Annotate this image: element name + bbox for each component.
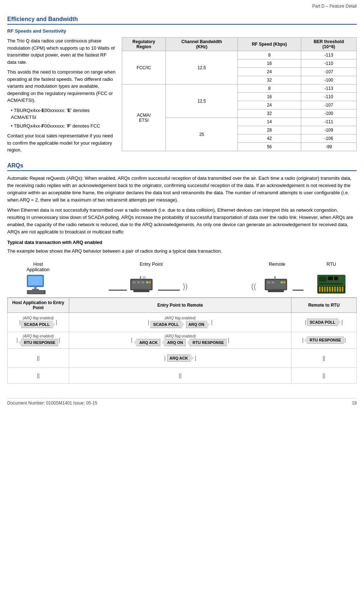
transaction-row-2: | (ARQ flag enabled) RTU RESPONSE | | (A… — [8, 332, 357, 348]
rtu-response-remote-arrow: RTU RESPONSE — [304, 336, 344, 344]
rf-para1: The Trio Q data radios use continuous ph… — [7, 37, 116, 66]
remote-device-col: (( — [241, 276, 313, 294]
row1-remote-vline-left: | — [305, 319, 306, 325]
row3-entry-content: | ARQ ACK | — [71, 351, 290, 365]
row1-entry-vline-right: | — [211, 319, 213, 325]
page-header-text: Part D – Feature Detail — [312, 4, 357, 9]
svg-rect-25 — [268, 290, 284, 292]
device-labels-row: HostApplication Entry Point Remote RTU — [7, 258, 357, 272]
ber-acma-42: -106 — [301, 134, 356, 143]
speed-acma-14: 14 — [238, 118, 301, 126]
svg-rect-40 — [339, 287, 341, 292]
rtu-label: RTU — [327, 261, 336, 267]
speed-acma-42: 42 — [238, 134, 301, 143]
cable-remote-rtu — [293, 290, 303, 291]
row2-entry-vline-left: | — [131, 337, 132, 343]
ber-acma-14: -111 — [301, 118, 356, 126]
svg-rect-27 — [319, 277, 326, 282]
col-header-bandwidth: Channel Bandwidth(KHz) — [166, 38, 238, 51]
arq-ack-row3-arrow: ARQ ACK — [167, 354, 194, 362]
arq-para2: When Ethernet data is not successfully t… — [7, 207, 357, 236]
rf-bullet2: • TBURQx4xx-F00xxxxxx: 'F' denotes FCC — [11, 123, 116, 130]
row4-host-content: | | — [9, 370, 67, 381]
speed-fcc-32: 32 — [238, 76, 301, 84]
arq-diagram: HostApplication Entry Point Remote RTU — [7, 258, 357, 383]
svg-rect-8 — [133, 281, 136, 283]
rtu-response-entry-arrow: RTU RESPONSE — [187, 339, 227, 346]
ber-acma-32: -100 — [301, 109, 356, 118]
th-entry-remote: Entry Point to Remote — [69, 298, 291, 312]
region-fcc: FCC/IC — [122, 51, 166, 84]
row1-entry-content: | (ARQ flag enabled) SCADA POLL ARQ ON | — [71, 316, 290, 328]
row4-entry-cell: | | — [69, 368, 291, 383]
rf-bullet1: • TBURQx4xx-E00xxxxxx: 'E' denotes ACMA/… — [11, 107, 116, 121]
row1-remote-vline-right: | — [342, 319, 343, 325]
rtu-device-col — [313, 274, 349, 294]
ber-fcc-24: -107 — [301, 68, 356, 76]
svg-rect-28 — [328, 277, 333, 280]
scada-poll-entry-arrow: SCADA POLL — [150, 321, 184, 328]
row1-arq-flag1: (ARQ flag enabled) — [23, 316, 54, 320]
speed-acma-28: 28 — [238, 126, 301, 134]
arq-para1: Automatic Repeat reQuests (ARQs): When e… — [7, 175, 357, 204]
row1-remote-content: | SCADA POLL | — [293, 319, 355, 326]
page-footer: Document Number: 0100SM1401 Issue: 05-15… — [7, 398, 357, 406]
ber-fcc-8: -113 — [301, 51, 356, 59]
svg-point-22 — [281, 281, 283, 283]
svg-rect-29 — [334, 277, 338, 280]
row4-remote-vline-right: | — [324, 373, 326, 378]
rf-text-col: The Trio Q data radios use continuous ph… — [7, 37, 116, 157]
section-title-arqs: ARQs — [7, 162, 357, 171]
col-header-speed: RF Speed (Kbps) — [238, 38, 301, 51]
section-title-efficiency: Efficiency and Bandwidth — [7, 16, 357, 25]
remote-label-col: Remote — [241, 261, 313, 272]
svg-rect-32 — [319, 287, 320, 292]
row3-host-cell: | | — [8, 348, 69, 368]
footer-doc-number: Document Number: 0100SM1401 Issue: 05-15 — [7, 401, 97, 406]
row1-entry-vline-left: | — [148, 319, 149, 325]
row2-remote-vline-right: | — [344, 337, 346, 343]
row1-remote-cell: | SCADA POLL | — [291, 312, 357, 332]
rf-table-row-acma-125-8: ACMA/ETSI 12.5 8 -113 — [122, 84, 357, 93]
svg-rect-15 — [133, 290, 149, 292]
speed-fcc-8: 8 — [238, 51, 301, 59]
row3-remote-vline-right: | — [324, 355, 326, 361]
host-label: HostApplication — [26, 261, 50, 272]
svg-rect-35 — [327, 287, 328, 292]
ber-acma-8: -113 — [301, 84, 356, 93]
svg-rect-30 — [319, 283, 343, 285]
svg-rect-5 — [28, 291, 44, 293]
remote-radio-icon — [264, 276, 290, 294]
wireless-waves-remote-icon: (( — [251, 280, 261, 294]
svg-rect-9 — [137, 281, 140, 283]
entry-device-col: ))) )) — [62, 276, 241, 294]
row2-arq-flag: (ARQ flag enabled) — [23, 334, 54, 338]
transaction-row-1: | (ARQ flag enabled) SCADA POLL | | (ARQ… — [8, 312, 357, 332]
svg-rect-1 — [28, 276, 42, 285]
speed-fcc-24: 24 — [238, 68, 301, 76]
arq-ack-arrow: ARQ ACK — [134, 339, 160, 346]
svg-rect-21 — [272, 281, 274, 283]
svg-point-12 — [149, 281, 151, 283]
cable-entry-remote — [158, 290, 180, 291]
transaction-row-4: | | | | | | — [8, 368, 357, 383]
svg-rect-13 — [140, 276, 141, 279]
page-header: Part D – Feature Detail — [7, 4, 357, 10]
row1-entry-flag: (ARQ flag enabled) — [165, 316, 196, 320]
arq-on-entry-arrow: ARQ ON — [186, 321, 210, 328]
remote-label: Remote — [269, 261, 285, 267]
rtu-board-icon — [317, 274, 346, 294]
scada-poll-remote-arrow: SCADA POLL — [307, 319, 341, 326]
row3-remote-content: | | — [293, 351, 355, 365]
arq-on-row2-arrow: ARQ ON — [162, 339, 186, 346]
row4-host-cell: | | — [8, 368, 69, 383]
speed-acma-32: 32 — [238, 109, 301, 118]
row2-remote-cell: | RTU RESPONSE | — [291, 332, 357, 348]
footer-page-number: 19 — [352, 401, 357, 406]
host-label-col: HostApplication — [15, 261, 62, 272]
row3-entry-cell: | ARQ ACK | — [69, 348, 291, 368]
rf-table-row-fcc: FCC/IC 12.5 8 -113 — [122, 51, 357, 59]
row4-entry-content: | | — [71, 370, 290, 381]
row2-remote-vline-left: | — [302, 337, 303, 343]
ber-acma-16: -110 — [301, 93, 356, 101]
